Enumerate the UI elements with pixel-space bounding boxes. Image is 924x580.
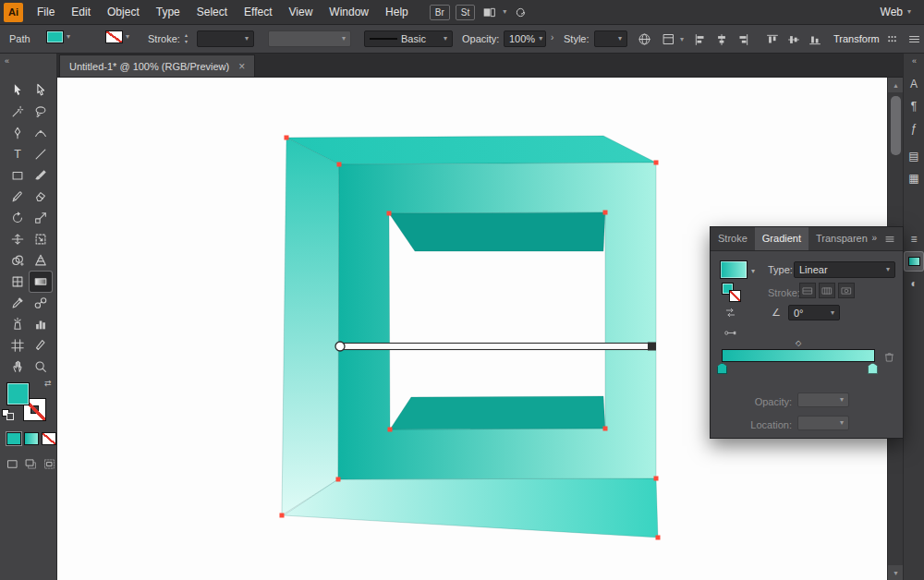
inner-bottom-face[interactable] <box>390 396 605 429</box>
paintbrush-tool[interactable] <box>30 165 52 186</box>
menu-object[interactable]: Object <box>99 0 148 24</box>
panel-collapse-icon[interactable]: » <box>871 234 877 243</box>
gradient-along-stroke-icon[interactable] <box>819 283 835 298</box>
menu-select[interactable]: Select <box>188 0 236 24</box>
transform-link[interactable]: Transform <box>833 33 880 44</box>
width-tool[interactable] <box>6 229 29 249</box>
perspective-grid-tool[interactable] <box>30 250 52 271</box>
gradient-tool[interactable] <box>30 272 52 292</box>
left-face[interactable] <box>282 138 339 515</box>
glyphs-panel-icon[interactable]: ƒ <box>905 119 923 138</box>
align-middle-icon[interactable] <box>784 30 802 48</box>
hand-tool[interactable] <box>6 356 29 377</box>
align-right-icon[interactable] <box>734 30 751 48</box>
draw-behind-icon[interactable] <box>22 456 39 472</box>
type-tool[interactable]: T <box>6 144 29 164</box>
pencil-tool[interactable] <box>6 187 29 207</box>
gradient-across-stroke-icon[interactable] <box>838 283 855 298</box>
slice-tool[interactable] <box>30 335 52 356</box>
gpu-performance-icon[interactable] <box>512 4 529 20</box>
panel-tab-stroke[interactable]: Stroke <box>711 227 755 250</box>
align-center-icon[interactable] <box>712 30 730 48</box>
chevron-down-icon[interactable]: ▾ <box>503 8 506 16</box>
gradient-annotator-icon[interactable] <box>722 325 738 340</box>
apply-gradient-button[interactable] <box>24 432 39 445</box>
anchor-point[interactable] <box>388 428 393 432</box>
inner-top-face[interactable] <box>389 212 605 251</box>
magic-wand-tool[interactable] <box>6 102 29 122</box>
document-tab[interactable]: Untitled-1* @ 100% (RGB/Preview) × <box>59 54 255 77</box>
gradient-stop-start[interactable] <box>717 363 727 374</box>
eyedropper-tool[interactable] <box>6 293 29 313</box>
front-face-ring[interactable] <box>338 163 656 479</box>
swatches-panel-icon[interactable]: ▦ <box>905 169 923 187</box>
rectangle-tool[interactable] <box>6 165 29 186</box>
gradient-panel-icon[interactable] <box>905 252 923 271</box>
options-grid-icon[interactable] <box>883 30 901 48</box>
delete-stop-icon[interactable] <box>881 349 897 364</box>
menu-effect[interactable]: Effect <box>236 0 280 24</box>
transparency-panel-icon[interactable]: ◐ <box>905 274 923 293</box>
globe-icon[interactable] <box>636 30 653 48</box>
pen-tool[interactable] <box>6 123 29 143</box>
anchor-point[interactable] <box>603 211 608 215</box>
curvature-tool[interactable] <box>30 123 52 143</box>
anchor-point[interactable] <box>337 163 342 167</box>
free-transform-tool[interactable] <box>30 229 52 249</box>
anchor-point[interactable] <box>285 136 289 140</box>
bottom-face[interactable] <box>284 478 658 538</box>
style-select[interactable]: ▾ <box>594 30 627 47</box>
eraser-tool[interactable] <box>30 187 52 207</box>
anchor-point[interactable] <box>654 161 659 165</box>
width-profile-select[interactable]: ▾ <box>268 30 351 47</box>
panel-stroke-proxy[interactable] <box>729 290 741 302</box>
draw-normal-icon[interactable] <box>4 456 20 472</box>
stroke-panel-icon[interactable]: ≡ <box>905 230 923 248</box>
gradient-swatch-menu-icon[interactable]: ▾ <box>751 268 755 275</box>
panel-fill-stroke-indicator[interactable] <box>722 283 744 305</box>
column-graph-tool[interactable] <box>30 314 52 334</box>
apply-color-button[interactable] <box>6 432 21 445</box>
stroke-color-control[interactable]: ▾ <box>105 30 129 43</box>
scale-tool[interactable] <box>30 208 52 228</box>
stock-button[interactable]: St <box>456 5 475 20</box>
anchor-point[interactable] <box>387 211 392 216</box>
app-logo[interactable]: Ai <box>4 3 23 22</box>
gradient-annotator[interactable] <box>335 342 656 351</box>
reverse-gradient-icon[interactable] <box>722 305 738 320</box>
close-tab-icon[interactable]: × <box>238 60 245 73</box>
selection-tool[interactable] <box>6 80 29 101</box>
anchor-point[interactable] <box>280 514 285 518</box>
stroke-weight-field[interactable]: ▾ <box>197 30 254 47</box>
annotator-end-handle[interactable] <box>648 343 656 351</box>
gradient-slider-bar[interactable] <box>722 349 875 362</box>
menu-window[interactable]: Window <box>321 0 377 24</box>
gradient-within-stroke-icon[interactable] <box>799 283 816 298</box>
fill-proxy[interactable] <box>6 382 30 405</box>
symbol-sprayer-tool[interactable] <box>6 314 29 334</box>
bridge-button[interactable]: Br <box>430 5 450 20</box>
default-fill-stroke-icon[interactable] <box>2 409 16 421</box>
gradient-stop-end[interactable] <box>868 363 878 374</box>
control-menu-icon[interactable] <box>906 30 923 48</box>
scroll-down-icon[interactable]: ▼ <box>888 565 904 580</box>
paragraph-panel-icon[interactable]: ¶ <box>905 97 923 115</box>
scrollbar-thumb[interactable] <box>891 96 901 155</box>
line-segment-tool[interactable] <box>30 144 52 164</box>
brush-definition-select[interactable]: Basic ▾ <box>364 30 453 47</box>
menu-help[interactable]: Help <box>377 0 417 24</box>
panel-menu-icon[interactable] <box>884 234 895 247</box>
expand-dock-icon[interactable]: « <box>912 57 916 66</box>
scroll-up-icon[interactable]: ▲ <box>888 78 904 92</box>
panel-tab-transparen[interactable]: Transparen <box>808 227 875 250</box>
fill-color-control[interactable]: ▾ <box>46 30 70 43</box>
swap-fill-stroke-icon[interactable]: ⇄ <box>44 380 52 388</box>
menu-file[interactable]: File <box>29 0 63 24</box>
menu-edit[interactable]: Edit <box>63 0 99 24</box>
shape-builder-tool[interactable] <box>6 250 29 271</box>
align-top-icon[interactable] <box>763 30 781 48</box>
blend-tool[interactable] <box>30 293 52 313</box>
arrange-documents-icon[interactable] <box>480 4 497 20</box>
menu-view[interactable]: View <box>281 0 322 24</box>
gradient-type-select[interactable]: Linear ▾ <box>794 261 895 278</box>
